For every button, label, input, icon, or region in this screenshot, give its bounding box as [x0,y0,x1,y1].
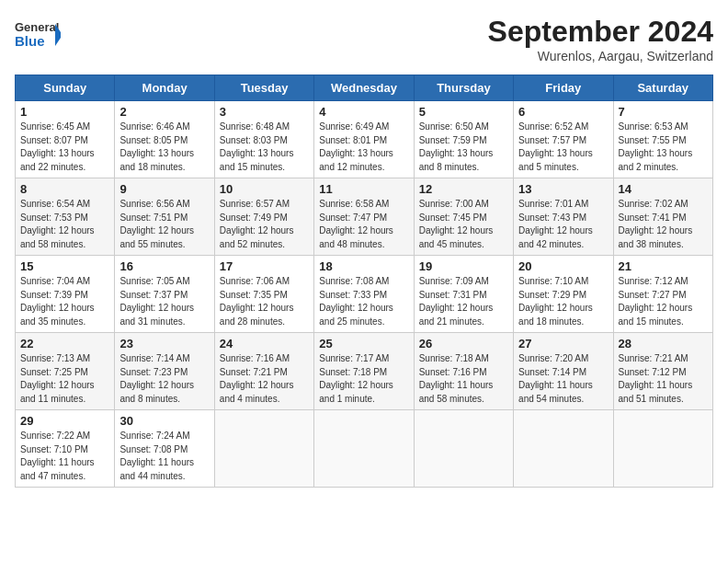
day-number: 9 [119,182,209,196]
day-number: 22 [20,337,109,350]
day-info: Sunrise: 7:09 AMSunset: 7:31 PMDaylight:… [419,276,494,327]
day-number: 5 [419,105,508,119]
page-subtitle: Wurenlos, Aargau, Switzerland [488,49,713,63]
logo: General Blue [15,15,61,53]
day-number: 27 [518,337,608,350]
day-info: Sunrise: 7:00 AMSunset: 7:45 PMDaylight:… [419,199,494,249]
day-info: Sunrise: 6:58 AMSunset: 7:47 PMDaylight:… [319,199,393,249]
day-number: 1 [20,105,109,119]
day-number: 16 [119,259,209,273]
day-number: 18 [319,259,408,273]
day-info: Sunrise: 7:02 AMSunset: 7:41 PMDaylight:… [619,199,693,249]
day-number: 21 [619,259,708,273]
day-info: Sunrise: 6:56 AMSunset: 7:51 PMDaylight:… [119,199,194,249]
day-number: 26 [419,337,508,350]
day-number: 23 [119,337,209,350]
day-number: 19 [419,259,508,273]
calendar-table: Sunday Monday Tuesday Wednesday Thursday… [15,75,713,488]
day-number: 15 [20,259,109,273]
day-info: Sunrise: 7:13 AMSunset: 7:25 PMDaylight:… [20,353,95,404]
day-info: Sunrise: 6:50 AMSunset: 7:59 PMDaylight:… [419,121,494,172]
day-number: 11 [319,182,408,196]
title-section: September 2024 Wurenlos, Aargau, Switzer… [488,15,713,63]
page-title: September 2024 [488,15,713,49]
day-number: 10 [220,182,309,196]
day-info: Sunrise: 7:05 AMSunset: 7:37 PMDaylight:… [119,276,194,327]
logo-svg: General Blue [15,15,61,53]
day-number: 17 [220,259,309,273]
col-friday: Friday [514,75,613,101]
page-header: General Blue September 2024 Wurenlos, Aa… [15,15,713,63]
day-number: 3 [220,105,309,119]
day-info: Sunrise: 6:53 AMSunset: 7:55 PMDaylight:… [619,121,693,172]
day-number: 14 [619,182,708,196]
day-number: 2 [119,105,209,119]
day-info: Sunrise: 6:54 AMSunset: 7:53 PMDaylight:… [20,199,95,249]
col-sunday: Sunday [16,75,115,101]
day-info: Sunrise: 7:12 AMSunset: 7:27 PMDaylight:… [619,276,693,327]
day-info: Sunrise: 6:49 AMSunset: 8:01 PMDaylight:… [319,121,393,172]
day-info: Sunrise: 6:48 AMSunset: 8:03 PMDaylight:… [220,121,294,172]
day-info: Sunrise: 7:24 AMSunset: 7:08 PMDaylight:… [119,431,194,481]
day-number: 29 [20,414,109,428]
day-info: Sunrise: 7:14 AMSunset: 7:23 PMDaylight:… [119,353,194,404]
day-info: Sunrise: 7:06 AMSunset: 7:35 PMDaylight:… [220,276,294,327]
calendar-header-row: Sunday Monday Tuesday Wednesday Thursday… [16,75,713,101]
col-tuesday: Tuesday [214,75,313,101]
col-monday: Monday [115,75,214,101]
col-saturday: Saturday [613,75,712,101]
day-number: 12 [419,182,508,196]
day-info: Sunrise: 7:18 AMSunset: 7:16 PMDaylight:… [419,353,494,404]
day-info: Sunrise: 7:10 AMSunset: 7:29 PMDaylight:… [518,276,593,327]
day-number: 6 [518,105,608,119]
day-info: Sunrise: 7:04 AMSunset: 7:39 PMDaylight:… [20,276,95,327]
col-wednesday: Wednesday [314,75,414,101]
day-number: 13 [518,182,608,196]
day-info: Sunrise: 7:21 AMSunset: 7:12 PMDaylight:… [619,353,693,404]
svg-text:Blue: Blue [15,33,45,49]
day-info: Sunrise: 7:22 AMSunset: 7:10 PMDaylight:… [20,431,95,481]
day-number: 4 [319,105,408,119]
day-number: 20 [518,259,608,273]
day-number: 8 [20,182,109,196]
day-number: 28 [619,337,708,350]
svg-text:General: General [15,20,59,34]
day-info: Sunrise: 6:45 AMSunset: 8:07 PMDaylight:… [20,121,95,172]
day-info: Sunrise: 7:08 AMSunset: 7:33 PMDaylight:… [319,276,393,327]
col-thursday: Thursday [414,75,513,101]
day-info: Sunrise: 6:57 AMSunset: 7:49 PMDaylight:… [220,199,294,249]
day-info: Sunrise: 7:20 AMSunset: 7:14 PMDaylight:… [518,353,593,404]
day-number: 24 [220,337,309,350]
day-info: Sunrise: 6:46 AMSunset: 8:05 PMDaylight:… [119,121,194,172]
day-info: Sunrise: 7:17 AMSunset: 7:18 PMDaylight:… [319,353,393,404]
day-info: Sunrise: 6:52 AMSunset: 7:57 PMDaylight:… [518,121,593,172]
day-number: 25 [319,337,408,350]
day-info: Sunrise: 7:01 AMSunset: 7:43 PMDaylight:… [518,199,593,249]
day-number: 30 [119,414,209,428]
day-number: 7 [619,105,708,119]
day-info: Sunrise: 7:16 AMSunset: 7:21 PMDaylight:… [220,353,294,404]
